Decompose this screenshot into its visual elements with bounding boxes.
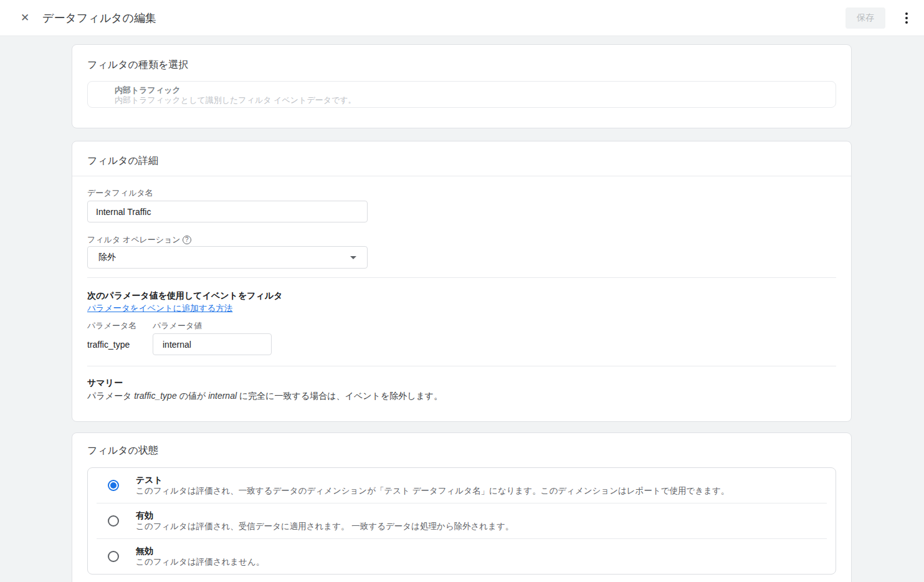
close-icon[interactable]: ✕	[17, 11, 32, 26]
filter-details-card: フィルタの詳細 データフィルタ名 フィルタ オペレーション 除外 次のパラメータ…	[72, 141, 852, 422]
filter-name-label: データフィルタ名	[87, 189, 153, 198]
filter-type-description: 内部トラフィックとして識別したフィルタ イベントデータです。	[115, 95, 826, 105]
add-parameter-help-link[interactable]: パラメータをイベントに追加する方法	[87, 303, 232, 313]
filter-type-card: フィルタの種類を選択 内部トラフィック 内部トラフィックとして識別したフィルタ …	[72, 44, 852, 128]
radio-option-texts: 無効 このフィルタは評価されません。	[136, 546, 264, 567]
page-title: データフィルタの編集	[42, 11, 845, 26]
parameter-name: traffic_type	[87, 340, 153, 350]
summary-part: の値が	[177, 391, 208, 401]
save-button[interactable]: 保存	[845, 7, 885, 29]
help-icon[interactable]	[183, 236, 191, 244]
radio-option-description: このフィルタは評価され、受信データに適用されます。 一致するデータは処理から除外…	[136, 522, 513, 532]
parameter-name-header: パラメータ名	[87, 320, 153, 332]
filter-type-selected[interactable]: 内部トラフィック 内部トラフィックとして識別したフィルタ イベントデータです。	[87, 81, 836, 108]
radio-option-inactive[interactable]: 無効 このフィルタは評価されません。	[88, 539, 836, 574]
radio-selected-icon[interactable]	[108, 480, 119, 491]
radio-option-label: テスト	[136, 475, 729, 485]
filter-state-card: フィルタの状態 テスト このフィルタは評価され、一致するデータのディメンションが…	[72, 432, 852, 582]
divider	[87, 277, 836, 278]
filter-details-heading: フィルタの詳細	[87, 155, 836, 166]
radio-unselected-icon[interactable]	[108, 515, 119, 527]
summary-part: パラメータ	[87, 391, 134, 401]
filter-type-heading: フィルタの種類を選択	[87, 59, 836, 70]
main-content: フィルタの種類を選択 内部トラフィック 内部トラフィックとして識別したフィルタ …	[0, 36, 924, 582]
radio-option-test[interactable]: テスト このフィルタは評価され、一致するデータのディメンションが「テスト データ…	[88, 468, 836, 503]
kebab-menu-icon[interactable]	[899, 11, 914, 26]
filter-type-title: 内部トラフィック	[115, 85, 826, 95]
top-bar: ✕ データフィルタの編集 保存	[0, 0, 924, 36]
radio-option-texts: テスト このフィルタは評価され、一致するデータのディメンションが「テスト データ…	[136, 475, 729, 496]
parameter-value-header: パラメータ値	[153, 320, 202, 332]
filter-state-options: テスト このフィルタは評価され、一致するデータのディメンションが「テスト データ…	[87, 467, 836, 575]
filter-details-body: データフィルタ名 フィルタ オペレーション 除外 次のパラメータ値を使用してイベ…	[72, 176, 851, 421]
divider	[87, 366, 836, 366]
radio-option-description: このフィルタは評価され、一致するデータのディメンションが「テスト データフィルタ…	[136, 486, 729, 496]
filter-operation-label-row: フィルタ オペレーション	[87, 236, 836, 244]
summary-text: パラメータ traffic_type の値が internal に完全に一致する…	[87, 391, 836, 401]
parameter-section-title: 次のパラメータ値を使用してイベントをフィルタ	[87, 291, 836, 300]
radio-option-label: 無効	[136, 546, 264, 556]
filter-state-heading: フィルタの状態	[87, 445, 836, 456]
radio-option-description: このフィルタは評価されません。	[136, 557, 264, 567]
radio-option-texts: 有効 このフィルタは評価され、受信データに適用されます。 一致するデータは処理か…	[136, 510, 513, 532]
parameter-headers: パラメータ名 パラメータ値	[87, 320, 836, 332]
radio-unselected-icon[interactable]	[108, 551, 119, 562]
summary-part: に完全に一致する場合は、イベントを除外します。	[237, 391, 442, 401]
radio-option-label: 有効	[136, 510, 513, 520]
filter-operation-value: 除外	[98, 252, 116, 263]
parameter-row: traffic_type	[87, 333, 836, 355]
filter-details-header: フィルタの詳細	[72, 141, 851, 176]
filter-name-input[interactable]	[87, 201, 368, 222]
filter-operation-label: フィルタ オペレーション	[87, 236, 181, 244]
radio-option-active[interactable]: 有効 このフィルタは評価され、受信データに適用されます。 一致するデータは処理か…	[88, 503, 836, 538]
parameter-value-input[interactable]	[153, 333, 272, 355]
summary-parameter-value: internal	[208, 391, 237, 401]
summary-parameter-name: traffic_type	[134, 391, 176, 401]
chevron-down-icon	[350, 256, 356, 259]
filter-operation-select[interactable]: 除外	[87, 246, 368, 269]
summary-heading: サマリー	[87, 378, 836, 388]
